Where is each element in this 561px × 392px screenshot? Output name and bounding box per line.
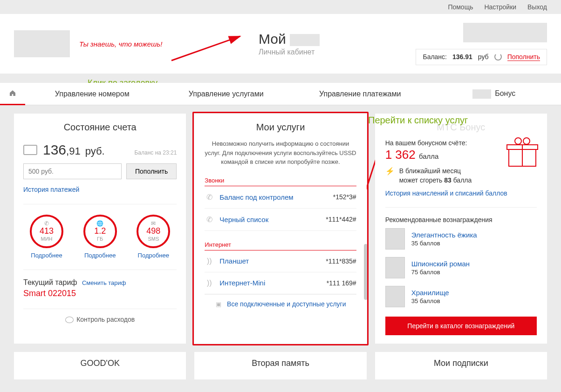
slogan: Ты знаешь, что можешь!	[79, 40, 163, 48]
service-ussd: *111 169#	[327, 279, 356, 287]
gift-icon	[506, 136, 539, 168]
services-group-calls: Звонки	[205, 177, 356, 186]
globe-icon: 🌐	[96, 220, 103, 227]
all-services-link[interactable]: Все подключенные и доступные услуги	[227, 300, 346, 308]
reward-link[interactable]: Шпионский роман	[411, 260, 470, 268]
wallet-icon	[23, 145, 37, 155]
bonus-burn-text: В ближайший месяц может сгореть 83 балла	[399, 167, 472, 185]
svg-point-6	[523, 138, 530, 144]
coins-icon	[65, 317, 74, 323]
logo-image	[14, 30, 70, 57]
gauge-data: 🌐1.2ГБ Подробнее	[77, 215, 123, 259]
bonus-icon	[472, 89, 491, 99]
card-services: Мои услуги Невозможно получить информаци…	[194, 114, 366, 344]
help-link[interactable]: Помощь	[448, 3, 473, 11]
service-item: ✆ Баланс под контролем *152*3#	[205, 186, 356, 209]
utility-nav: Помощь Настройки Выход	[0, 0, 561, 14]
rewards-header: Рекомендованные вознаграждения	[385, 207, 537, 223]
main-nav: Управление номером Управление услугами У…	[0, 83, 561, 105]
card-goodok[interactable]: GOOD'OK	[14, 352, 186, 379]
service-item: ✆ Черный список *111*442#	[205, 209, 356, 231]
card-bonus: МТС Бонус На вашем бонусном счёте: 1 362…	[375, 114, 547, 344]
service-item: )) Интернет-Mini *111 169#	[205, 272, 356, 294]
balance-timestamp: Баланс на 23:21	[134, 149, 177, 156]
gauge-data-more[interactable]: Подробнее	[84, 252, 116, 259]
bonus-history-link[interactable]: История начислений и списаний баллов	[385, 189, 507, 197]
card-second-memory[interactable]: Вторая память	[194, 352, 366, 379]
nav-services[interactable]: Управление услугами	[159, 90, 294, 98]
reward-link[interactable]: Элегантность ёжика	[411, 231, 477, 239]
reward-item: Хранилище35 баллов	[385, 286, 537, 307]
brand-title: Мой Личный кабинет	[259, 31, 320, 56]
mail-icon: ✉	[151, 220, 156, 227]
service-ussd: *111*835#	[326, 257, 356, 265]
nav-bonus[interactable]: Бонус	[427, 89, 561, 99]
reward-thumb	[385, 286, 405, 307]
card-account: Состояние счета 136,91 руб. Баланс на 23…	[14, 114, 186, 344]
header: Ты знаешь, что можешь! Мой Личный кабине…	[0, 14, 561, 74]
svg-point-5	[515, 138, 521, 144]
gauge-minutes: ✆413МИН Подробнее	[23, 215, 70, 259]
services-title: Мои услуги	[194, 114, 366, 139]
logout-link[interactable]: Выход	[527, 3, 547, 11]
service-ussd: *152*3#	[333, 193, 356, 201]
service-item: )) Планшет *111*835#	[205, 250, 356, 272]
phone-blur	[463, 23, 547, 42]
service-link[interactable]: Черный список	[219, 216, 320, 223]
service-ussd: *111*442#	[326, 216, 356, 223]
reward-item: Элегантность ёжика35 баллов	[385, 228, 537, 250]
refresh-icon[interactable]	[494, 53, 502, 61]
settings-link[interactable]: Настройки	[484, 3, 516, 11]
reward-thumb	[385, 228, 405, 250]
change-tariff-link[interactable]: Сменить тариф	[82, 279, 126, 286]
balance-amount: 136,91	[43, 142, 81, 158]
gauge-sms-more[interactable]: Подробнее	[138, 252, 169, 259]
phone-icon: ✆	[205, 215, 214, 224]
home-icon	[8, 89, 17, 97]
service-link[interactable]: Баланс под контролем	[219, 193, 328, 201]
wifi-icon: ))	[205, 279, 214, 287]
card-subscriptions[interactable]: Мои подписки	[375, 352, 547, 379]
payment-history-link[interactable]: История платежей	[23, 186, 79, 193]
account-title: Состояние счета	[14, 114, 186, 139]
wifi-icon: ))	[205, 257, 214, 265]
catalog-button[interactable]: Перейти в каталог вознаграждений	[385, 317, 537, 335]
services-error-msg: Невозможно получить информацию о состоян…	[205, 139, 356, 167]
expense-control-link[interactable]: Контроль расходов	[23, 309, 177, 323]
gauge-minutes-more[interactable]: Подробнее	[31, 252, 62, 259]
tariff-label: Текущий тариф	[23, 278, 77, 286]
balance-value: 136.91	[452, 53, 472, 61]
topup-link[interactable]: Пополнить	[507, 53, 540, 61]
nav-home[interactable]	[0, 83, 25, 105]
services-all-icon: ▣	[215, 301, 222, 308]
service-link[interactable]: Планшет	[219, 257, 320, 265]
balance-box: Баланс: 136.91 руб Пополнить	[416, 49, 547, 65]
scrollbar[interactable]	[364, 244, 368, 300]
service-link[interactable]: Интернет-Mini	[219, 279, 321, 287]
annotation-goto-services: Перейти к списку услуг	[368, 115, 468, 126]
reward-thumb	[385, 257, 405, 278]
phone-icon: ✆	[44, 220, 49, 227]
nav-number[interactable]: Управление номером	[25, 90, 159, 98]
topup-button[interactable]: Пополнить	[126, 163, 177, 179]
phone-icon: ✆	[205, 193, 214, 202]
brand-blur	[290, 34, 320, 46]
gauge-sms: ✉498SMS Подробнее	[130, 215, 177, 259]
nav-payments[interactable]: Управление платежами	[293, 90, 427, 98]
reward-item: Шпионский роман75 баллов	[385, 257, 537, 278]
reward-link[interactable]: Хранилище	[411, 289, 449, 297]
tariff-name: Smart 022015	[23, 289, 177, 298]
services-group-internet: Интернет	[205, 241, 356, 250]
bolt-icon: ⚡	[385, 167, 395, 176]
topup-amount-input[interactable]	[23, 163, 122, 179]
